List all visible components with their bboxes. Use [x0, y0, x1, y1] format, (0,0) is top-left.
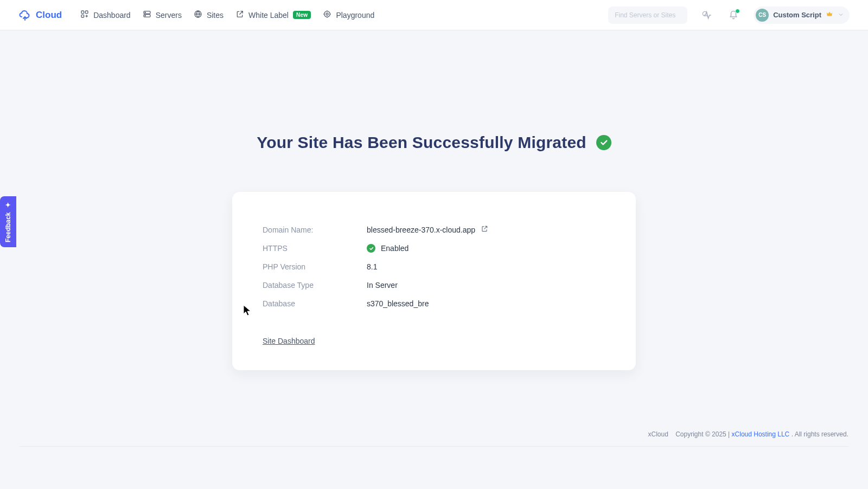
nav-servers[interactable]: Servers	[143, 10, 182, 20]
feedback-tab[interactable]: Feedback ✦	[0, 196, 16, 247]
svg-rect-0	[81, 11, 84, 14]
label-dbtype: Database Type	[263, 281, 367, 289]
activity-icon[interactable]	[701, 9, 713, 21]
row-https: HTTPS Enabled	[263, 239, 605, 258]
row-php: PHP Version 8.1	[263, 258, 605, 276]
nav-label: White Label	[248, 11, 289, 20]
external-link-icon[interactable]	[481, 225, 488, 234]
nav-label: Servers	[156, 11, 182, 20]
svg-rect-1	[85, 11, 88, 14]
export-icon	[235, 10, 244, 20]
grid-plus-icon	[80, 10, 89, 20]
nav-dashboard[interactable]: Dashboard	[80, 10, 131, 20]
crown-icon	[826, 10, 833, 20]
profile-name: Custom Script	[773, 11, 821, 19]
check-icon	[367, 244, 375, 253]
nav-label: Playground	[336, 11, 374, 20]
domain-link[interactable]: blessed-breeze-370.x-cloud.app	[367, 226, 475, 234]
row-dbtype: Database Type In Server	[263, 276, 605, 294]
svg-point-8	[324, 11, 330, 17]
https-status: Enabled	[381, 244, 409, 253]
sparkle-icon: ✦	[4, 201, 12, 209]
footer-link[interactable]: xCloud Hosting LLC	[732, 430, 790, 438]
profile-menu[interactable]: CS Custom Script	[754, 7, 850, 24]
label-https: HTTPS	[263, 244, 367, 253]
bell-icon[interactable]	[727, 9, 739, 21]
row-db: Database s370_blessed_bre	[263, 294, 605, 313]
nav-label: Dashboard	[93, 11, 131, 20]
main-nav: Dashboard Servers Sites White Label New	[80, 10, 374, 20]
success-check-icon	[596, 135, 611, 150]
search-input[interactable]	[614, 11, 697, 20]
svg-point-6	[145, 15, 145, 16]
svg-rect-2	[81, 15, 84, 17]
globe-icon	[194, 10, 202, 20]
footer-copyright: Copyright © 2025 |	[675, 430, 731, 438]
nav-label: Sites	[207, 11, 224, 20]
value-dbtype: In Server	[367, 281, 398, 289]
value-db: s370_blessed_bre	[367, 299, 429, 308]
row-domain: Domain Name: blessed-breeze-370.x-cloud.…	[263, 220, 605, 239]
value-php: 8.1	[367, 262, 377, 271]
svg-point-5	[145, 12, 145, 12]
chevron-down-icon	[838, 11, 844, 20]
avatar: CS	[756, 9, 769, 22]
footer-divider	[20, 446, 848, 447]
new-badge: New	[293, 11, 311, 19]
footer-text: xCloud Copyright © 2025 | xCloud Hosting…	[648, 430, 848, 438]
search-box[interactable]	[608, 7, 687, 24]
target-icon	[323, 10, 331, 20]
footer-brand: xCloud	[648, 430, 668, 438]
nav-playground[interactable]: Playground	[323, 10, 374, 20]
main-stage: Your Site Has Been Successfully Migrated…	[0, 30, 868, 370]
nav-sites[interactable]: Sites	[194, 10, 224, 20]
feedback-label: Feedback	[4, 212, 12, 242]
top-header: Cloud Dashboard Servers Sites White Labe…	[0, 0, 868, 30]
brand-name: Cloud	[36, 10, 62, 21]
value-domain: blessed-breeze-370.x-cloud.app	[367, 225, 488, 234]
label-db: Database	[263, 299, 367, 308]
footer-rights: . All rights reserved.	[792, 430, 848, 438]
svg-point-9	[326, 13, 328, 15]
cloud-logo-icon	[18, 9, 31, 22]
page-title: Your Site Has Been Successfully Migrated	[257, 133, 586, 152]
title-row: Your Site Has Been Successfully Migrated	[257, 123, 611, 163]
nav-white-label[interactable]: White Label New	[235, 10, 311, 20]
site-dashboard-link[interactable]: Site Dashboard	[263, 337, 315, 345]
label-domain: Domain Name:	[263, 226, 367, 234]
label-php: PHP Version	[263, 262, 367, 271]
brand-logo[interactable]: Cloud	[18, 9, 62, 22]
server-icon	[143, 10, 151, 20]
info-card: Domain Name: blessed-breeze-370.x-cloud.…	[232, 192, 636, 370]
value-https: Enabled	[367, 244, 409, 253]
